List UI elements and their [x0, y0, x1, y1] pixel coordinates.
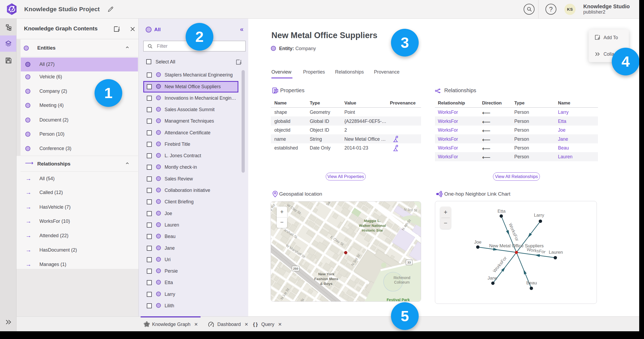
svg-text:Jane: Jane	[488, 276, 498, 281]
svg-text:Fashion Mens: Fashion Mens	[314, 277, 338, 281]
svg-text:New Metal Office Suppliers: New Metal Office Suppliers	[489, 243, 544, 248]
svg-text:33: 33	[407, 261, 411, 264]
svg-text:Festival Park: Festival Park	[387, 298, 410, 302]
svg-text:Larry: Larry	[534, 213, 544, 218]
svg-text:Coliseum: Coliseum	[394, 280, 410, 284]
svg-text:& Boys: & Boys	[320, 282, 333, 286]
svg-text:Joe: Joe	[474, 240, 481, 245]
svg-text:Etta: Etta	[498, 209, 506, 214]
svg-text:WorksFor: WorksFor	[508, 222, 520, 242]
svg-text:Historic Site: Historic Site	[362, 228, 383, 232]
svg-text:250: 250	[293, 267, 298, 270]
svg-text:Maggie L.: Maggie L.	[364, 219, 381, 223]
svg-text:Beau: Beau	[526, 280, 537, 285]
svg-text:Richmond: Richmond	[393, 276, 410, 280]
svg-text:WorksFor: WorksFor	[492, 256, 508, 273]
svg-text:New York: New York	[318, 272, 335, 276]
svg-text:Lauren: Lauren	[549, 250, 563, 255]
svg-text:Walker National: Walker National	[359, 224, 386, 228]
